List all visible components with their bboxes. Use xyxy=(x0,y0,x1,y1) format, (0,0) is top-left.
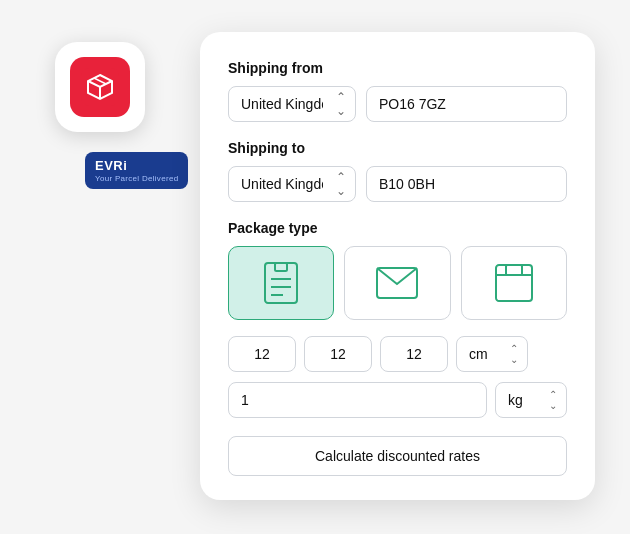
from-postcode-input[interactable] xyxy=(366,86,567,122)
svg-rect-7 xyxy=(496,265,532,301)
shipping-from-section: Shipping from United Kingdom United Stat… xyxy=(228,60,567,122)
svg-rect-2 xyxy=(275,263,287,271)
unit-select-wrapper: cm in ⌃⌄ xyxy=(456,336,528,372)
weight-unit-select[interactable]: kg lb xyxy=(495,382,567,418)
shipping-to-row: United Kingdom United States Germany Fra… xyxy=(228,166,567,202)
shipping-to-section: Shipping to United Kingdom United States… xyxy=(228,140,567,202)
shipping-from-label: Shipping from xyxy=(228,60,567,76)
to-postcode-input[interactable] xyxy=(366,166,567,202)
svg-rect-8 xyxy=(506,265,522,275)
shipping-from-row: United Kingdom United States Germany Fra… xyxy=(228,86,567,122)
to-country-select[interactable]: United Kingdom United States Germany Fra… xyxy=(228,166,356,202)
package-option-box[interactable] xyxy=(461,246,567,320)
package-type-section: Package type xyxy=(228,220,567,320)
package-type-label: Package type xyxy=(228,220,567,236)
calculate-button[interactable]: Calculate discounted rates xyxy=(228,436,567,476)
dim3-input[interactable] xyxy=(380,336,448,372)
scene: EVRi Your Parcel Delivered Shipping from… xyxy=(35,22,595,512)
dim2-input[interactable] xyxy=(304,336,372,372)
main-card: Shipping from United Kingdom United Stat… xyxy=(200,32,595,500)
dimension-unit-select[interactable]: cm in xyxy=(456,336,528,372)
evri-label: EVRi xyxy=(95,158,127,173)
weight-row: kg lb ⌃⌄ xyxy=(228,382,567,418)
to-country-wrapper: United Kingdom United States Germany Fra… xyxy=(228,166,356,202)
svg-rect-1 xyxy=(265,263,297,303)
weight-unit-wrapper: kg lb ⌃⌄ xyxy=(495,382,567,418)
app-icon xyxy=(55,42,145,132)
package-option-envelope[interactable] xyxy=(344,246,450,320)
package-type-row xyxy=(228,246,567,320)
dimensions-row: cm in ⌃⌄ xyxy=(228,336,567,372)
shipping-to-label: Shipping to xyxy=(228,140,567,156)
from-country-select[interactable]: United Kingdom United States Germany Fra… xyxy=(228,86,356,122)
evri-badge: EVRi Your Parcel Delivered xyxy=(85,152,188,189)
box-icon-inner xyxy=(70,57,130,117)
weight-input[interactable] xyxy=(228,382,487,418)
package-option-parcel[interactable] xyxy=(228,246,334,320)
from-country-wrapper: United Kingdom United States Germany Fra… xyxy=(228,86,356,122)
dim1-input[interactable] xyxy=(228,336,296,372)
